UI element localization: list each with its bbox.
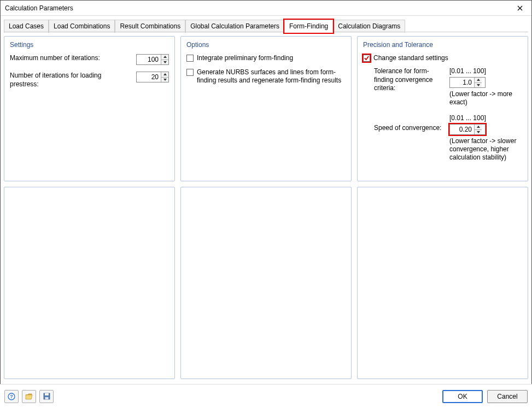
prestress-input[interactable] (137, 72, 161, 82)
settings-panel: Settings Maximum number of iterations: N… (4, 36, 175, 181)
save-icon (43, 393, 50, 400)
save-button[interactable] (39, 390, 54, 403)
spinner-down-icon[interactable] (161, 60, 168, 65)
precision-title: Precision and Tolerance (363, 41, 522, 49)
title-bar: Calculation Parameters (1, 1, 531, 16)
settings-title: Settings (10, 41, 169, 49)
close-icon (517, 5, 523, 11)
precision-panel: Precision and Tolerance Change standard … (357, 36, 528, 181)
cancel-button[interactable]: Cancel (487, 390, 528, 403)
tab-bar: Load Cases Load Combinations Result Comb… (1, 16, 531, 32)
options-panel: Options Integrate preliminary form-findi… (180, 36, 352, 181)
tab-load-cases[interactable]: Load Cases (4, 20, 49, 33)
help-icon: ? (8, 393, 15, 400)
folder-open-icon (25, 393, 33, 400)
integrate-prelim-checkbox[interactable] (186, 55, 194, 62)
spinner-up-icon[interactable] (161, 72, 168, 78)
svg-rect-4 (45, 397, 48, 399)
spinner-up-icon[interactable] (161, 55, 168, 60)
change-std-checkbox[interactable] (363, 55, 370, 62)
tab-load-combinations[interactable]: Load Combinations (49, 20, 115, 33)
max-iter-label: Maximum number of iterations: (10, 54, 132, 63)
integrate-prelim-label: Integrate preliminary form-finding (197, 54, 293, 63)
prestress-spinner[interactable] (136, 72, 169, 82)
empty-panel-3 (357, 187, 528, 379)
help-button[interactable]: ? (4, 390, 19, 403)
speed-spinner[interactable] (449, 124, 486, 135)
window-title: Calculation Parameters (5, 4, 73, 12)
tol-spinner[interactable] (449, 77, 486, 88)
footer: ? OK Cancel (0, 384, 532, 408)
max-iter-input[interactable] (137, 55, 161, 64)
svg-text:?: ? (10, 394, 13, 399)
spinner-up-icon[interactable] (475, 78, 482, 83)
empty-panel-2 (180, 187, 352, 379)
spinner-up-icon[interactable] (475, 125, 482, 130)
spinner-down-icon[interactable] (475, 83, 482, 88)
speed-range: [0.01 ... 100] (449, 114, 522, 122)
speed-label: Speed of convergence: (374, 114, 445, 162)
empty-panel-1 (4, 187, 175, 379)
close-button[interactable] (513, 3, 527, 13)
speed-input[interactable] (450, 125, 474, 134)
tab-form-finding[interactable]: Form-Finding (284, 20, 333, 33)
tab-result-combinations[interactable]: Result Combinations (115, 20, 185, 33)
tab-global-calc-params[interactable]: Global Calculation Parameters (185, 20, 284, 33)
options-title: Options (186, 41, 346, 49)
generate-nurbs-checkbox[interactable] (186, 69, 194, 76)
spinner-down-icon[interactable] (161, 78, 168, 82)
tol-note: (Lower factor -> more exact) (449, 90, 522, 107)
tol-label: Tolerance for form-finding convergence c… (374, 67, 445, 107)
generate-nurbs-label: Generate NURBS surfaces and lines from f… (197, 68, 346, 85)
change-std-label: Change standard settings (373, 54, 448, 62)
open-button[interactable] (22, 390, 36, 403)
tab-calc-diagrams[interactable]: Calculation Diagrams (333, 20, 405, 33)
tol-range: [0.01 ... 100] (449, 67, 522, 75)
spinner-down-icon[interactable] (475, 130, 482, 135)
prestress-label: Number of iterations for loading prestre… (10, 72, 132, 88)
max-iter-spinner[interactable] (136, 54, 169, 65)
speed-note: (Lower factor -> slower convergence, hig… (449, 137, 522, 162)
ok-button[interactable]: OK (442, 390, 483, 403)
tol-input[interactable] (450, 78, 474, 87)
svg-rect-3 (45, 393, 49, 395)
